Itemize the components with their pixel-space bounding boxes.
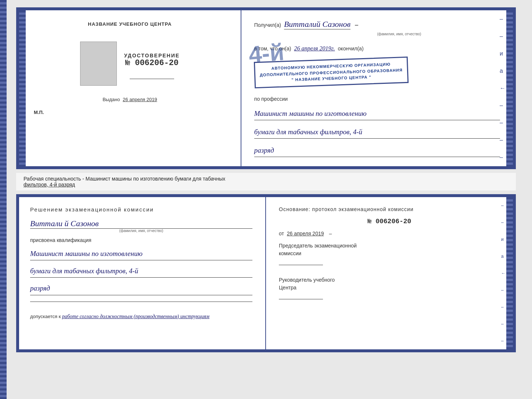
bottom-certificate: Решением экзаменационной комиссии Виттал… bbox=[16, 194, 516, 352]
stamp-container: АВТОНОМНУЮ НЕКОММЕРЧЕСКУЮ ОРГАНИЗАЦИЮ ДО… bbox=[254, 59, 500, 86]
udostoverenie-block: УДОСТОВЕРЕНИЕ № 006206-20 bbox=[124, 53, 180, 68]
rukov-label: Руководитель учебного Центра bbox=[279, 276, 500, 299]
vydano-line: Выдано 26 апреля 2019 bbox=[103, 97, 157, 102]
okonchil-label: окончил(а) bbox=[338, 46, 364, 51]
recipient-name: Витталий Сазонов bbox=[284, 19, 351, 29]
cert-right-panel: 4-й Получил(а) Витталий Сазонов – (фамил… bbox=[241, 10, 513, 166]
qualification-line1: Машинист машины по изготовлению bbox=[30, 247, 252, 260]
photo-placeholder bbox=[80, 42, 117, 86]
prisvoyena-label: присвоена квалификация bbox=[30, 237, 252, 243]
info-text-line2: фильтров, 4-й разряд bbox=[24, 182, 508, 188]
side-dashes: ––иа←–––– bbox=[500, 10, 506, 166]
fio-label-top: (фамилия, имя, отчество) bbox=[298, 32, 500, 36]
info-text-section: Рабочая специальность - Машинист машины … bbox=[16, 173, 516, 190]
vtom-date: 26 апреля 2019г. bbox=[294, 45, 335, 52]
dopuskaetsya-text: работе согласно должностным (производств… bbox=[62, 314, 209, 319]
rukov-text: Руководитель учебного Центра bbox=[279, 277, 335, 291]
chairman-label: Председатель экзаменационной комиссии bbox=[279, 242, 500, 265]
fio-label-bottom: (фамилия, имя, отчество) bbox=[30, 229, 252, 233]
poluchil-section: Получил(а) Витталий Сазонов – bbox=[254, 19, 500, 29]
protocol-number: № 006206-20 bbox=[279, 218, 500, 225]
bottom-left-stripe bbox=[0, 0, 7, 399]
dopuskaetsya-section: допускается к работе согласно должностны… bbox=[30, 314, 252, 320]
bottom-right-stripe bbox=[506, 197, 513, 349]
ot-prefix: от bbox=[279, 231, 284, 236]
bottom-left-panel: Решением экзаменационной комиссии Виттал… bbox=[19, 197, 266, 349]
ot-line: от 26 апреля 2019 – bbox=[279, 231, 500, 236]
training-center-title: НАЗВАНИЕ УЧЕБНОГО ЦЕНТРА bbox=[88, 21, 172, 27]
resolution-title: Решением экзаменационной комиссии bbox=[30, 206, 252, 213]
bottom-right-panel: Основание: протокол экзаменационной коми… bbox=[266, 197, 513, 349]
right-side-marks: ––иа←–––– bbox=[501, 197, 506, 349]
stamp-box: АВТОНОМНУЮ НЕКОММЕРЧЕСКУЮ ОРГАНИЗАЦИЮ ДО… bbox=[254, 57, 409, 88]
info-text-line1: Рабочая специальность - Машинист машины … bbox=[24, 176, 508, 182]
chairman-text: Председатель экзаменационной комиссии bbox=[279, 243, 357, 256]
po-professii-label: по профессии bbox=[254, 96, 500, 102]
dopuskaetsya-prefix: допускается к bbox=[30, 314, 61, 319]
vydano-prefix: Выдано bbox=[103, 97, 120, 102]
person-section: Виттали й Сазонов (фамилия, имя, отчеств… bbox=[30, 219, 252, 233]
cert-left-panel: НАЗВАНИЕ УЧЕБНОГО ЦЕНТРА УДОСТОВЕРЕНИЕ №… bbox=[19, 10, 241, 166]
person-name: Виттали й Сазонов bbox=[30, 219, 252, 229]
qualification-line2: бумаги для табачных фильтров, 4-й bbox=[30, 265, 252, 278]
poluchil-prefix: Получил(а) bbox=[254, 22, 281, 28]
profession-line3: разряд bbox=[254, 144, 500, 157]
udostoverenie-label: УДОСТОВЕРЕНИЕ bbox=[124, 53, 180, 58]
right-stripe bbox=[506, 10, 513, 166]
osnovaniye-title: Основание: протокол экзаменационной коми… bbox=[279, 206, 500, 212]
qualification-line3: разряд bbox=[30, 282, 252, 295]
vtom-section: в том, что он(а) 26 апреля 2019г. окончи… bbox=[254, 45, 500, 52]
profession-line1: Машинист машины по изготовлению bbox=[254, 107, 500, 120]
udostoverenie-number: № 006206-20 bbox=[124, 58, 180, 68]
top-certificate: НАЗВАНИЕ УЧЕБНОГО ЦЕНТРА УДОСТОВЕРЕНИЕ №… bbox=[16, 7, 516, 169]
vydano-date: 26 апреля 2019 bbox=[123, 97, 157, 102]
mp-label: М.П. bbox=[34, 110, 44, 115]
ot-date: 26 апреля 2019 bbox=[287, 231, 324, 236]
profession-line2: бумаги для табачных фильтров, 4-й bbox=[254, 126, 500, 139]
